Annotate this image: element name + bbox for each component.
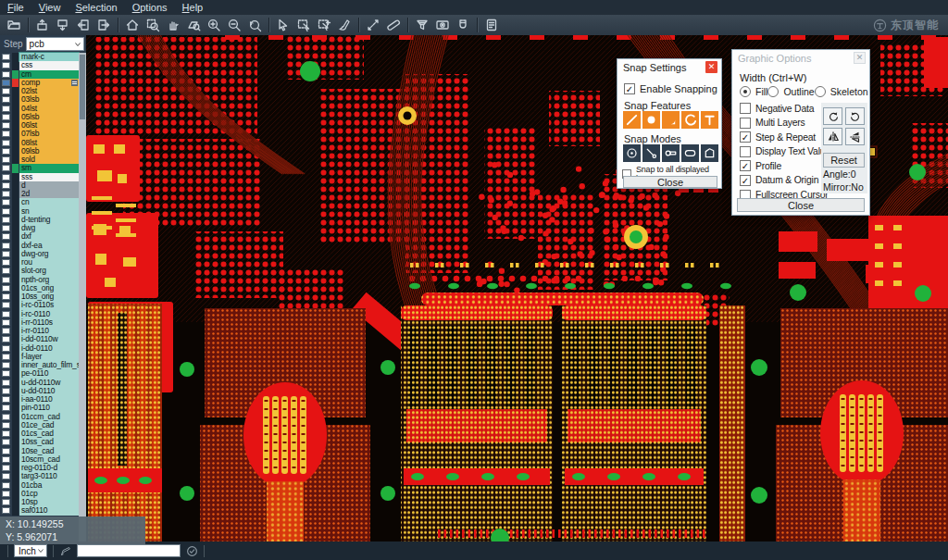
layer-visibility-checkbox[interactable] — [2, 499, 10, 505]
layer-row-i-dd-0110[interactable]: i-dd-0110 — [0, 344, 79, 353]
layer-row-reg-0110-d[interactable]: reg-0110-d — [0, 464, 79, 472]
layer-visibility-checkbox[interactable] — [2, 54, 10, 60]
layer-visibility-checkbox[interactable] — [2, 80, 10, 86]
layer-row-10ss_cad[interactable]: 10ss_cad — [0, 438, 79, 446]
layer-visibility-checkbox[interactable] — [2, 268, 10, 274]
layer-row-09lsb[interactable]: 09lsb — [0, 147, 79, 156]
layer-row-01cs_cad[interactable]: 01cs_cad — [0, 429, 79, 438]
checkbox-step-repeat[interactable]: ✓Step & Repeat — [740, 131, 825, 143]
flip-vertical-icon[interactable] — [845, 128, 865, 145]
layer-visibility-checkbox[interactable] — [2, 208, 10, 215]
layer-visibility-checkbox[interactable] — [2, 414, 10, 420]
layer-row-css[interactable]: css — [0, 61, 79, 69]
layer-visibility-checkbox[interactable] — [2, 388, 10, 394]
layer-row-mark-c[interactable]: mark-c — [0, 53, 79, 61]
send-right-icon[interactable] — [94, 16, 114, 34]
layer-visibility-checkbox[interactable] — [2, 328, 10, 334]
layer-row-targ3-0110[interactable]: targ3-0110 — [0, 472, 79, 480]
layer-visibility-checkbox[interactable] — [2, 336, 10, 342]
layer-visibility-checkbox[interactable] — [2, 370, 10, 377]
clear-brush-icon[interactable] — [334, 16, 355, 34]
layer-visibility-checkbox[interactable] — [2, 182, 10, 189]
layer-row-u-dd-0110w[interactable]: u-dd-0110w — [0, 379, 79, 387]
checkbox-datum-origin[interactable]: ✓Datum & Origin — [740, 175, 825, 186]
layer-visibility-checkbox[interactable] — [2, 456, 10, 463]
layer-visibility-checkbox[interactable] — [2, 430, 10, 437]
layer-row-01cba[interactable]: 01cba — [0, 481, 79, 490]
measure-line-icon[interactable] — [363, 16, 383, 34]
snap-pad-icon[interactable] — [642, 111, 660, 129]
layer-row-02lst[interactable]: 02lst — [0, 87, 79, 95]
zoom-window-icon[interactable] — [143, 16, 163, 34]
layer-row-08lst[interactable]: 08lst — [0, 139, 79, 147]
reset-button[interactable]: Reset — [823, 153, 865, 168]
home-icon[interactable] — [122, 16, 143, 34]
snap-magnet-icon[interactable] — [453, 16, 473, 34]
layer-row-2d[interactable]: 2d — [0, 190, 79, 198]
layer-row-dwg[interactable]: dwg — [0, 224, 79, 232]
layer-visibility-checkbox[interactable] — [2, 140, 10, 146]
mode-contour-icon[interactable] — [701, 144, 718, 162]
layer-row-10sp[interactable]: 10sp — [0, 498, 79, 506]
layer-visibility-checkbox[interactable] — [2, 319, 10, 326]
unit-select[interactable]: Inch — [14, 544, 47, 557]
zoom-previous-icon[interactable] — [244, 16, 265, 34]
load-left-icon[interactable] — [73, 16, 94, 34]
layer-visibility-checkbox[interactable] — [2, 362, 10, 368]
mode-point-icon[interactable] — [642, 144, 660, 162]
mode-key-icon[interactable] — [662, 144, 680, 162]
layer-visibility-checkbox[interactable] — [2, 217, 10, 223]
enable-snapping-checkbox[interactable]: ✓ Enable Snapping — [624, 83, 717, 94]
close-icon[interactable]: ✕ — [705, 61, 717, 73]
graphic-close-button[interactable]: Close — [737, 198, 865, 212]
layer-row-dwg-org[interactable]: dwg-org — [0, 250, 79, 258]
layer-visibility-checkbox[interactable] — [2, 251, 10, 257]
note-page-icon[interactable] — [59, 545, 71, 557]
checkbox-display-text-value[interactable]: Display Text Value — [740, 146, 825, 157]
snap-surface-icon[interactable] — [662, 111, 680, 129]
layer-row-10scm_cad[interactable]: 10scm_cad — [0, 455, 79, 464]
zoom-out-icon[interactable] — [224, 16, 244, 34]
layer-visibility-checkbox[interactable] — [2, 88, 10, 94]
menu-item-selection[interactable]: Selection — [75, 2, 117, 13]
layer-visibility-checkbox[interactable] — [2, 277, 10, 283]
layer-visibility-checkbox[interactable] — [2, 131, 10, 137]
menu-item-file[interactable]: File — [7, 2, 24, 13]
layer-row-f-layer[interactable]: f-layer — [0, 353, 79, 361]
layer-row-u-dd-0110[interactable]: u-dd-0110 — [0, 387, 79, 395]
checkbox[interactable]: ✓ — [624, 83, 635, 94]
layer-visibility-checkbox[interactable] — [2, 114, 10, 120]
layer-row-saf0110[interactable]: saf0110 — [0, 506, 79, 515]
layer-visibility-checkbox[interactable] — [2, 482, 10, 489]
layer-visibility-checkbox[interactable] — [2, 422, 10, 429]
select-arrow-icon[interactable] — [273, 16, 293, 34]
layer-visibility-checkbox[interactable] — [2, 156, 10, 163]
close-icon[interactable]: ✕ — [854, 52, 866, 64]
checkbox-multi-layers[interactable]: Multi Layers — [740, 118, 825, 129]
layer-row-i-dd-0110w[interactable]: i-dd-0110w — [0, 335, 79, 343]
menu-item-help[interactable]: Help — [182, 2, 204, 13]
layer-row-05lsb[interactable]: 05lsb — [0, 113, 79, 121]
layer-visibility-checkbox[interactable] — [2, 380, 10, 386]
layer-visibility-checkbox[interactable] — [2, 293, 10, 300]
layer-row-inner_auto_film_symb[interactable]: inner_auto_film_symb — [0, 361, 79, 369]
layer-visibility-checkbox[interactable] — [2, 404, 10, 411]
pan-hand-icon[interactable] — [163, 16, 183, 34]
layer-visibility-checkbox[interactable] — [2, 174, 10, 180]
layer-row-pe-0110[interactable]: pe-0110 — [0, 369, 79, 378]
snap-arc-icon[interactable] — [681, 111, 699, 129]
layer-visibility-checkbox[interactable] — [2, 106, 10, 112]
menu-item-options[interactable]: Options — [132, 2, 168, 13]
layer-row-i-aa-0110[interactable]: i-aa-0110 — [0, 395, 79, 404]
layer-row-i-rr-0110[interactable]: i-rr-0110 — [0, 327, 79, 335]
report-doc-icon[interactable] — [481, 16, 502, 34]
rotate-cw-icon[interactable] — [823, 107, 842, 125]
layer-visibility-checkbox[interactable] — [2, 354, 10, 360]
layer-row-i-rc-0110s[interactable]: i-rc-0110s — [0, 301, 79, 309]
mode-center-icon[interactable] — [623, 144, 641, 162]
layer-row-10ss_orig[interactable]: 10ss_orig — [0, 292, 79, 301]
filter-funnel-icon[interactable] — [412, 16, 432, 34]
layer-visibility-checkbox[interactable] — [2, 448, 10, 454]
flip-horizontal-icon[interactable] — [823, 128, 842, 145]
layer-visibility-checkbox[interactable] — [2, 302, 10, 308]
